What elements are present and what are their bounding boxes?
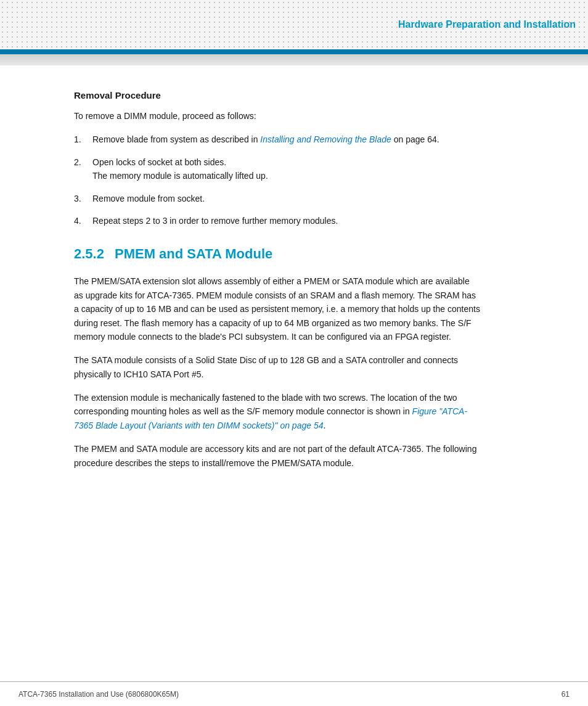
step-number-4: 4.: [74, 214, 92, 228]
step-1-text-end: .: [437, 134, 439, 144]
step-2-line1: Open locks of socket at both sides.: [92, 155, 481, 169]
step-number-3: 3.: [74, 192, 92, 205]
page-header: Hardware Preparation and Installation: [0, 0, 588, 49]
step-2-line2: The memory module is automatically lifte…: [92, 169, 481, 183]
section-title-252: PMEM and SATA Module: [115, 246, 272, 262]
step-3-content: Remove module from socket.: [92, 192, 481, 205]
step-1-content: Remove blade from system as described in…: [92, 133, 481, 146]
para3-text-after: .: [323, 421, 325, 430]
pmem-sata-section: 2.5.2 PMEM and SATA Module The PMEM/SATA…: [74, 246, 481, 470]
step-number-1: 1.: [74, 133, 92, 146]
step-2-content: Open locks of socket at both sides. The …: [92, 155, 481, 183]
step-number-2: 2.: [74, 155, 92, 169]
list-item: 3. Remove module from socket.: [74, 192, 481, 205]
removal-procedure-title: Removal Procedure: [74, 90, 481, 101]
removal-procedure-section: Removal Procedure To remove a DIMM modul…: [74, 90, 481, 228]
removal-steps-list: 1. Remove blade from system as described…: [74, 133, 481, 228]
subsection-para-3: The extension module is mechanically fas…: [74, 391, 481, 432]
subsection-para-2: The SATA module consists of a Solid Stat…: [74, 353, 481, 381]
blade-link[interactable]: Installing and Removing the Blade: [260, 134, 391, 144]
subsection-para-4: The PMEM and SATA module are accessory k…: [74, 442, 481, 470]
page-footer: ATCA-7365 Installation and Use (6806800K…: [0, 681, 588, 706]
step-1-text-before: Remove blade from system as described in: [92, 134, 260, 144]
list-item: 2. Open locks of socket at both sides. T…: [74, 155, 481, 183]
blue-divider-bar: [0, 49, 588, 54]
gray-decorative-bar: [0, 54, 588, 65]
subsection-para-1: The PMEM/SATA extension slot allows asse…: [74, 274, 481, 343]
page-number: 61: [561, 690, 570, 699]
step-4-content: Repeat steps 2 to 3 in order to remove f…: [92, 214, 481, 228]
main-content: Removal Procedure To remove a DIMM modul…: [0, 65, 518, 517]
section-number-252: 2.5.2: [74, 246, 105, 262]
section-heading-252: 2.5.2 PMEM and SATA Module: [74, 246, 481, 262]
step-1-text-after: on page 64: [391, 134, 437, 144]
chapter-title: Hardware Preparation and Installation: [398, 19, 576, 30]
list-item: 4. Repeat steps 2 to 3 in order to remov…: [74, 214, 481, 228]
list-item: 1. Remove blade from system as described…: [74, 133, 481, 146]
para3-text-before: The extension module is mechanically fas…: [74, 393, 457, 416]
removal-intro: To remove a DIMM module, proceed as foll…: [74, 109, 481, 123]
footer-left-text: ATCA-7365 Installation and Use (6806800K…: [18, 690, 179, 699]
